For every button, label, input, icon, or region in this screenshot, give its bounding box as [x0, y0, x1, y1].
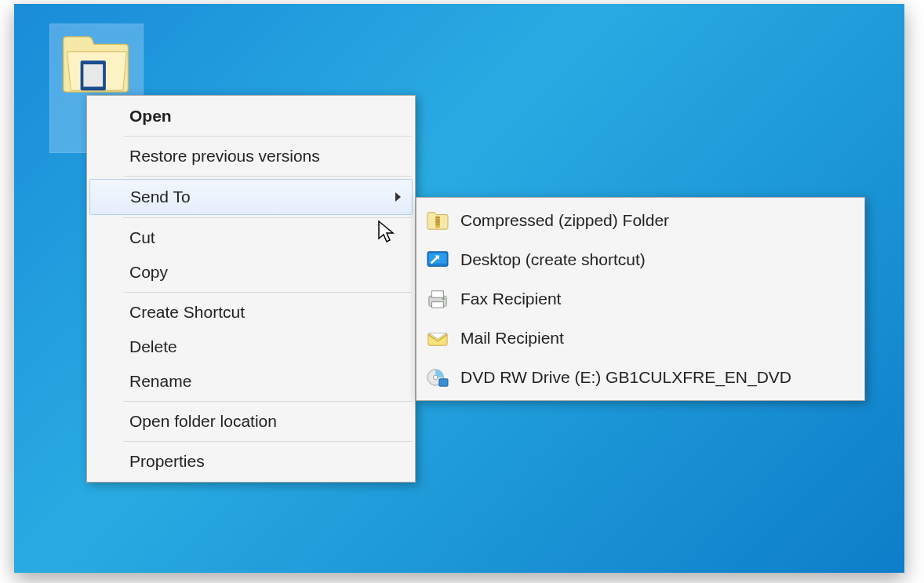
- submenu-desktop-shortcut[interactable]: Desktop (create shortcut): [418, 240, 863, 279]
- menu-copy-label: Copy: [129, 263, 168, 282]
- menu-rename-label: Rename: [129, 372, 191, 391]
- folder-icon: [60, 29, 134, 100]
- svg-point-12: [442, 298, 445, 301]
- menu-sendto-label: Send To: [130, 188, 191, 206]
- submenu-mail-label: Mail Recipient: [460, 329, 564, 348]
- menu-cut[interactable]: Cut: [89, 220, 413, 255]
- svg-rect-1: [83, 64, 103, 87]
- menu-separator: [123, 217, 412, 218]
- svg-point-15: [433, 375, 438, 380]
- submenu-desktop-label: Desktop (create shortcut): [460, 250, 646, 269]
- desktop-icon: [424, 248, 451, 271]
- menu-properties-label: Properties: [129, 452, 205, 471]
- mail-icon: [424, 326, 451, 350]
- submenu-dvd-drive[interactable]: DVD RW Drive (E:) GB1CULXFRE_EN_DVD: [418, 358, 863, 397]
- submenu-mail-recipient[interactable]: Mail Recipient: [418, 319, 863, 358]
- menu-separator: [123, 292, 412, 293]
- menu-open-folder-location[interactable]: Open folder location: [89, 404, 413, 439]
- submenu-compressed-folder[interactable]: Compressed (zipped) Folder: [418, 201, 863, 240]
- submenu-dvd-label: DVD RW Drive (E:) GB1CULXFRE_EN_DVD: [460, 368, 791, 387]
- menu-restore-label: Restore previous versions: [129, 147, 320, 166]
- menu-properties[interactable]: Properties: [89, 444, 413, 479]
- menu-delete[interactable]: Delete: [89, 330, 413, 364]
- context-menu-main: Open Restore previous versions Send To C…: [86, 95, 416, 483]
- menu-separator: [123, 441, 412, 442]
- cursor-icon: [377, 220, 396, 245]
- menu-create-shortcut[interactable]: Create Shortcut: [89, 295, 413, 330]
- svg-rect-11: [432, 302, 444, 308]
- desktop-background: S Open Restore previous versions Send To…: [14, 4, 904, 573]
- menu-rename[interactable]: Rename: [89, 364, 413, 399]
- submenu-arrow-icon: [395, 192, 401, 202]
- zip-folder-icon: [424, 209, 451, 232]
- submenu-compressed-label: Compressed (zipped) Folder: [460, 211, 669, 230]
- svg-rect-10: [432, 291, 444, 297]
- menu-open[interactable]: Open: [89, 99, 413, 133]
- menu-delete-label: Delete: [129, 337, 177, 356]
- menu-send-to[interactable]: Send To: [89, 179, 413, 215]
- menu-open-label: Open: [129, 107, 172, 126]
- fax-icon: [424, 287, 451, 311]
- menu-separator: [123, 176, 412, 177]
- submenu-fax-label: Fax Recipient: [460, 290, 561, 308]
- menu-restore-previous[interactable]: Restore previous versions: [89, 139, 413, 173]
- context-menu-sendto: Compressed (zipped) Folder Desktop (crea…: [416, 197, 865, 401]
- menu-copy[interactable]: Copy: [89, 255, 413, 290]
- menu-separator: [123, 136, 412, 137]
- menu-cut-label: Cut: [129, 228, 155, 247]
- menu-open-location-label: Open folder location: [129, 412, 277, 431]
- dvd-drive-icon: [424, 366, 451, 389]
- svg-rect-16: [439, 379, 448, 386]
- submenu-fax-recipient[interactable]: Fax Recipient: [418, 279, 863, 319]
- menu-separator: [123, 401, 412, 402]
- menu-create-shortcut-label: Create Shortcut: [129, 303, 245, 322]
